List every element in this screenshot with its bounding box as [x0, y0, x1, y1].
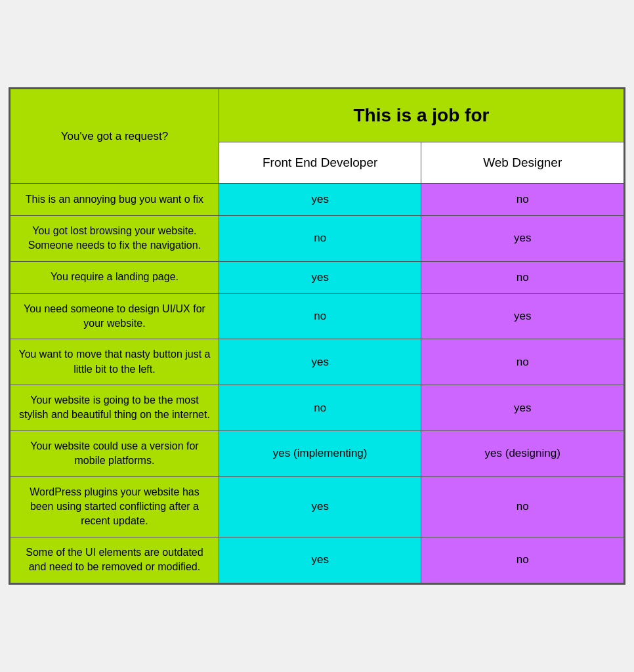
table-row-frontend-4: yes — [219, 339, 421, 385]
table-row-request-8: Some of the UI elements are outdated and… — [11, 537, 219, 583]
table-row-frontend-5: no — [219, 385, 421, 431]
request-column-header: You've got a request? — [11, 89, 219, 184]
table-row-request-4: You want to move that nasty button just … — [11, 339, 219, 385]
table-row-frontend-0: yes — [219, 184, 421, 216]
table-row-request-0: This is an annoying bug you want o fix — [11, 184, 219, 216]
table-row-designer-7: no — [421, 476, 624, 537]
table-row-designer-3: yes — [421, 293, 624, 339]
table-row-designer-6: yes (designing) — [421, 430, 624, 476]
table-row-frontend-3: no — [219, 293, 421, 339]
table-row-designer-0: no — [421, 184, 624, 216]
table-row-request-2: You require a landing page. — [11, 261, 219, 293]
designer-column-header: Web Designer — [421, 142, 624, 184]
table-row-frontend-8: yes — [219, 537, 421, 583]
table-row-designer-2: no — [421, 261, 624, 293]
table-row-designer-1: yes — [421, 215, 624, 261]
table-row-designer-5: yes — [421, 385, 624, 431]
table-row-frontend-1: no — [219, 215, 421, 261]
table-row-frontend-2: yes — [219, 261, 421, 293]
comparison-table: You've got a request? This is a job for … — [9, 87, 625, 584]
request-header-label: You've got a request? — [61, 130, 168, 142]
table-row-designer-4: no — [421, 339, 624, 385]
table-row-request-1: You got lost browsing your website. Some… — [11, 215, 219, 261]
frontend-column-header: Front End Developer — [219, 142, 421, 184]
table-row-frontend-6: yes (implementing) — [219, 430, 421, 476]
job-header-label: This is a job for — [353, 105, 489, 125]
table-row-request-3: You need someone to design UI/UX for you… — [11, 293, 219, 339]
table-row-request-7: WordPress plugins your website has been … — [11, 476, 219, 537]
table-row-request-6: Your website could use a version for mob… — [11, 430, 219, 476]
job-header: This is a job for — [219, 89, 623, 142]
table-row-designer-8: no — [421, 537, 624, 583]
table-row-frontend-7: yes — [219, 476, 421, 537]
table-row-request-5: Your website is going to be the most sty… — [11, 385, 219, 431]
